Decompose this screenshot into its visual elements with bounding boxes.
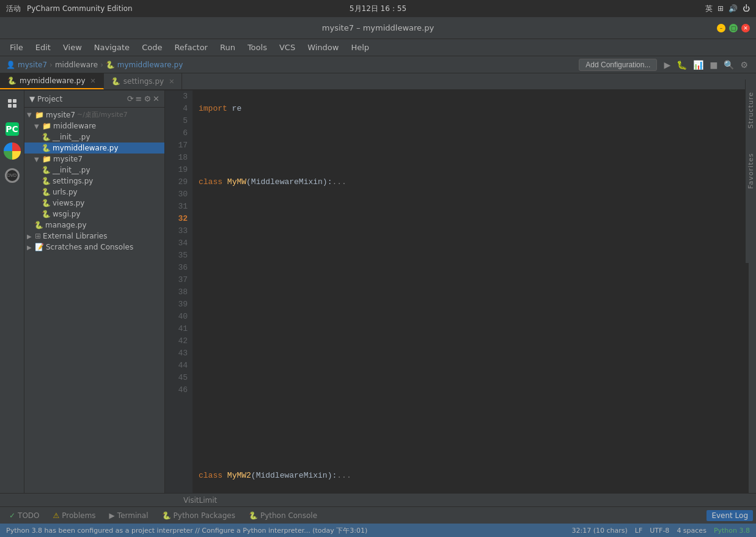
add-configuration-button[interactable]: Add Configuration... — [579, 59, 657, 71]
tree-settings-label: settings.py — [53, 177, 93, 185]
run-icon[interactable]: ▶ — [662, 60, 672, 70]
position-indicator[interactable]: 32:17 (10 chars) — [572, 527, 628, 535]
terminal-icon: ▶ — [109, 511, 115, 520]
tree-wsgi[interactable]: 🐍 wsgi.py — [24, 209, 164, 220]
search-everywhere-icon[interactable]: 🔍 — [722, 60, 736, 70]
svg-rect-1 — [13, 99, 17, 103]
packages-label: Python Packages — [174, 511, 235, 520]
pycharm-icon[interactable]: PC — [2, 119, 22, 139]
breadcrumb-file[interactable]: 🐍 mymiddleware.py — [106, 61, 183, 69]
folder-icon: 📁 — [35, 111, 44, 119]
tree-scratches[interactable]: ▶ 📝 Scratches and Consoles — [24, 242, 164, 253]
gear-icon2[interactable]: ✕ — [153, 94, 160, 103]
menu-navigate[interactable]: Navigate — [89, 42, 134, 53]
folder-icon2: 📁 — [42, 122, 51, 130]
menu-tools[interactable]: Tools — [243, 42, 272, 53]
menu-view[interactable]: View — [58, 42, 87, 53]
tree-init-middleware[interactable]: 🐍 __init__.py — [24, 131, 164, 143]
breadcrumb-middleware[interactable]: middleware — [55, 61, 98, 69]
menu-run[interactable]: Run — [215, 42, 240, 53]
stop-icon[interactable]: ■ — [708, 60, 719, 70]
tree-middleware-folder[interactable]: ▼ 📁 middleware — [24, 120, 164, 131]
project-icon[interactable] — [2, 94, 22, 113]
python-file-icon: 🐍 — [7, 76, 17, 85]
favorites-label[interactable]: Favorites — [747, 153, 755, 189]
maximize-button[interactable]: □ — [729, 24, 738, 32]
py-icon3: 🐍 — [42, 166, 51, 174]
editor: 3 4 5 6 17 18 19 — [165, 91, 756, 493]
status-bar: Python 3.8 has been configured as a proj… — [0, 524, 756, 537]
tab-problems[interactable]: ⚠ Problems — [47, 510, 102, 521]
settings-icon2[interactable]: ⚙ — [144, 94, 151, 103]
tree-root[interactable]: ▼ 📁 mysite7 ~/桌面/mysite7 — [24, 109, 164, 120]
tree-settings[interactable]: 🐍 settings.py — [24, 176, 164, 187]
py-icon4: 🐍 — [42, 177, 51, 185]
tree-views[interactable]: 🐍 views.py — [24, 198, 164, 209]
structure-label[interactable]: Structure — [747, 92, 755, 128]
power-icon[interactable]: ⏻ — [743, 4, 750, 13]
console-label: Python Console — [260, 511, 317, 520]
svg-rect-3 — [13, 104, 17, 108]
tree-middleware-label: middleware — [53, 122, 96, 130]
tree-urls[interactable]: 🐍 urls.py — [24, 187, 164, 198]
py-icon2: 🐍 — [42, 144, 51, 152]
line-ending[interactable]: LF — [635, 527, 642, 535]
tab-settings-close[interactable]: ✕ — [169, 78, 174, 86]
python-file-icon2: 🐍 — [111, 77, 120, 86]
py-icon8: 🐍 — [34, 221, 43, 229]
menu-window[interactable]: Window — [303, 42, 343, 53]
menu-edit[interactable]: Edit — [31, 42, 56, 53]
svg-rect-0 — [8, 99, 12, 103]
python-version[interactable]: Python 3.8 — [714, 527, 750, 535]
tab-python-packages[interactable]: 🐍 Python Packages — [156, 510, 241, 521]
system-bar: 活动 PyCharm Community Edition 5月12日 16：55… — [0, 0, 756, 17]
tree-external-libs[interactable]: ▶ ⊞ External Libraries — [24, 231, 164, 242]
tree-init-mysite7[interactable]: 🐍 __init__.py — [24, 165, 164, 176]
tree-manage[interactable]: 🐍 manage.py — [24, 220, 164, 231]
sound-icon[interactable]: 🔊 — [728, 4, 738, 13]
tab-settings[interactable]: 🐍 settings.py ✕ — [104, 73, 183, 89]
folder-icon3: 📁 — [42, 155, 51, 163]
sync-icon[interactable]: ⟳ — [127, 94, 134, 103]
close-button[interactable]: ✕ — [741, 24, 750, 32]
tree-mysite7-sub[interactable]: ▼ 📁 mysite7 — [24, 154, 164, 165]
menu-vcs[interactable]: VCS — [274, 42, 300, 53]
lang-indicator[interactable]: 英 — [705, 4, 713, 14]
code-editor[interactable]: import re class MyMW(MiddlewareMixin):..… — [193, 91, 749, 493]
debug-icon[interactable]: 🐛 — [675, 60, 689, 70]
collapse-icon[interactable]: ≡ — [136, 94, 142, 103]
tab-terminal[interactable]: ▶ Terminal — [103, 510, 155, 521]
dvd-icon[interactable]: DVD — [2, 166, 22, 185]
py-icon5: 🐍 — [42, 188, 51, 196]
menu-help[interactable]: Help — [346, 42, 374, 53]
tab-todo[interactable]: ✓ TODO — [3, 510, 46, 521]
chrome-icon[interactable] — [4, 143, 21, 160]
encoding[interactable]: UTF-8 — [650, 527, 669, 535]
activities-label[interactable]: 活动 — [6, 4, 21, 14]
minimize-button[interactable]: – — [717, 24, 725, 32]
settings-icon[interactable]: ⚙ — [738, 60, 750, 70]
breadcrumb-project[interactable]: mysite7 — [18, 61, 47, 69]
menu-file[interactable]: File — [5, 42, 28, 53]
ext-icon: ⊞ — [35, 232, 41, 240]
root-path: ~/桌面/mysite7 — [77, 110, 128, 119]
network-icon[interactable]: ⊞ — [717, 4, 724, 13]
tree-views-label: views.py — [53, 199, 84, 207]
window-title: mysite7 – mymiddleware.py — [322, 23, 434, 32]
menu-refactor[interactable]: Refactor — [169, 42, 213, 53]
tree-init-mysite7-label: __init__.py — [53, 166, 90, 174]
user-icon[interactable]: 👤 — [6, 61, 15, 69]
todo-label: TODO — [18, 511, 39, 520]
indent[interactable]: 4 spaces — [677, 527, 706, 535]
event-log-button[interactable]: Event Log — [706, 510, 753, 521]
tab-mymiddleware-close[interactable]: ✕ — [90, 77, 96, 85]
arrow-icon2: ▼ — [34, 123, 40, 130]
svg-rect-2 — [8, 104, 12, 108]
tab-python-console[interactable]: 🐍 Python Console — [243, 510, 323, 521]
menu-code[interactable]: Code — [137, 42, 167, 53]
tab-mymiddleware[interactable]: 🐍 mymiddleware.py ✕ — [0, 73, 104, 89]
arrow-icon: ▼ — [27, 111, 33, 118]
line-numbers: 3 4 5 6 17 18 19 — [165, 91, 193, 493]
run-with-coverage-icon[interactable]: 📊 — [691, 60, 705, 70]
tree-mymiddleware[interactable]: 🐍 mymiddleware.py — [24, 143, 164, 154]
